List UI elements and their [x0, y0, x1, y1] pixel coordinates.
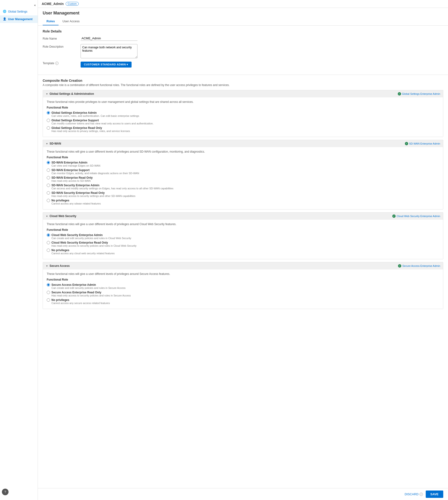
app-title: ACME_Admin — [42, 2, 64, 6]
radio-sdwan-enterprise-read-only: SD-WAN Enterprise Read Only Has read-onl… — [47, 176, 439, 182]
main-content: ACME_Admin Custom User Management Roles … — [38, 0, 448, 500]
radio-cws-enterprise-read-only: Cloud Web Security Enterprise Read Only … — [47, 241, 439, 247]
chevron-down-icon: ▼ — [46, 142, 48, 145]
radio-sdwan-no-privileges: No privileges Cannot access any sdwan re… — [47, 199, 439, 205]
discard-button[interactable]: DISCARD i — [405, 492, 423, 496]
page-header: User Management Roles User Access — [38, 8, 448, 26]
sidebar-item-user-management[interactable]: 👤 User Management — [0, 16, 38, 23]
role-group-cws-header[interactable]: ▼ Cloud Web Security ✓ Cloud Web Securit… — [43, 213, 443, 220]
role-name-row: Role Name — [43, 36, 443, 41]
role-group-sdwan-body: These functional roles will give a user … — [43, 147, 443, 209]
globe-icon: 🌐 — [3, 10, 7, 14]
custom-badge: Custom — [66, 2, 79, 6]
help-button[interactable]: ? — [2, 489, 9, 495]
topbar: ACME_Admin Custom — [38, 0, 448, 8]
chevron-down-icon: ▼ — [46, 265, 48, 267]
check-icon: ✓ — [392, 215, 396, 218]
sidebar-item-label: User Management — [8, 17, 32, 21]
content-area: Role Details Role Name Role Description … — [38, 26, 448, 500]
template-row: Template i CUSTOMER STANDARD ADMIN ▾ — [43, 62, 443, 67]
sidebar-item-label: Global Settings — [8, 10, 27, 13]
composite-role-section: Composite Role Creation A composite role… — [38, 75, 448, 488]
radio-gs-enterprise-admin: Global Settings Enterprise Admin Can vie… — [47, 111, 439, 117]
check-icon: ✓ — [398, 264, 401, 267]
users-icon: 👤 — [3, 17, 7, 21]
radio-cws-enterprise-admin: Cloud Web Security Enterprise Admin Can … — [47, 234, 439, 240]
role-group-cws-body: These functional roles will give a user … — [43, 220, 443, 259]
save-button[interactable]: SAVE — [426, 490, 443, 498]
radio-sdwan-security-enterprise-admin: SD-WAN Security Enterprise Admin Can acc… — [47, 184, 439, 190]
chevron-down-icon: ▼ — [46, 93, 48, 95]
role-group-secure-access: ▼ Secure Access ✓ Secure Access Enterpri… — [43, 262, 443, 309]
radio-sa-enterprise-admin: Secure Access Enterprise Admin Can creat… — [47, 283, 439, 289]
template-info-icon[interactable]: i — [55, 62, 59, 65]
role-group-global-settings: ▼ Global Settings & Administration ✓ Glo… — [43, 90, 443, 137]
sidebar: « 🌐 Global Settings 👤 User Management — [0, 0, 38, 500]
tab-user-access[interactable]: User Access — [59, 17, 83, 25]
discard-info-icon: i — [419, 493, 423, 496]
role-name-label: Role Name — [43, 36, 80, 40]
role-description-row: Role Description Can manage both network… — [43, 44, 443, 58]
role-group-global-settings-header[interactable]: ▼ Global Settings & Administration ✓ Glo… — [43, 90, 443, 97]
radio-sdwan-enterprise-admin: SD-WAN Enterprise Admin Can view and man… — [47, 161, 439, 167]
composite-role-title: Composite Role Creation — [43, 79, 443, 82]
radio-cws-no-privileges: No privileges Cannot access any cloud we… — [47, 249, 439, 255]
role-description-label: Role Description — [43, 44, 80, 48]
role-details-title: Role Details — [43, 29, 443, 33]
tabs-container: Roles User Access — [43, 17, 443, 25]
template-label: Template i — [43, 62, 80, 65]
role-group-sdwan-header[interactable]: ▼ SD-WAN ✓ SD-WAN Enterprise Admin — [43, 140, 443, 147]
role-group-sdwan: ▼ SD-WAN ✓ SD-WAN Enterprise Admin These… — [43, 140, 443, 209]
role-group-cloud-web-security: ▼ Cloud Web Security ✓ Cloud Web Securit… — [43, 212, 443, 259]
radio-sa-no-privileges: No privileges Cannot access any secure a… — [47, 298, 439, 304]
composite-role-desc: A composite role is a combination of dif… — [43, 83, 443, 87]
template-button[interactable]: CUSTOMER STANDARD ADMIN ▾ — [80, 62, 131, 67]
collapse-icon: « — [34, 3, 36, 7]
footer: DISCARD i SAVE — [38, 488, 448, 500]
radio-sdwan-security-enterprise-read-only: SD-WAN Security Enterprise Read Only Has… — [47, 191, 439, 197]
role-group-sa-body: These functional roles will give a user … — [43, 269, 443, 309]
role-description-input[interactable]: Can manage both network and security fea… — [80, 44, 138, 58]
radio-gs-enterprise-read-only: Global Settings Enterprise Read Only Has… — [47, 126, 439, 132]
role-name-input[interactable] — [80, 36, 138, 41]
check-icon: ✓ — [405, 142, 408, 145]
radio-sa-enterprise-read-only: Secure Access Enterprise Read Only Has r… — [47, 291, 439, 297]
page-title: User Management — [43, 11, 443, 16]
sidebar-item-global-settings[interactable]: 🌐 Global Settings — [0, 8, 38, 16]
chevron-down-icon: ▼ — [46, 215, 48, 218]
role-group-sa-header[interactable]: ▼ Secure Access ✓ Secure Access Enterpri… — [43, 262, 443, 269]
role-group-global-settings-body: These functional roles provide privilege… — [43, 97, 443, 137]
role-details-section: Role Details Role Name Role Description … — [38, 26, 448, 75]
sidebar-collapse-button[interactable]: « — [0, 2, 38, 8]
radio-gs-enterprise-support: Global Settings Enterprise Support Can m… — [47, 119, 439, 125]
check-icon: ✓ — [398, 92, 401, 95]
tab-roles[interactable]: Roles — [43, 17, 59, 25]
radio-sdwan-enterprise-support: SD-WAN Enterprise Support Can monitor Ed… — [47, 169, 439, 175]
